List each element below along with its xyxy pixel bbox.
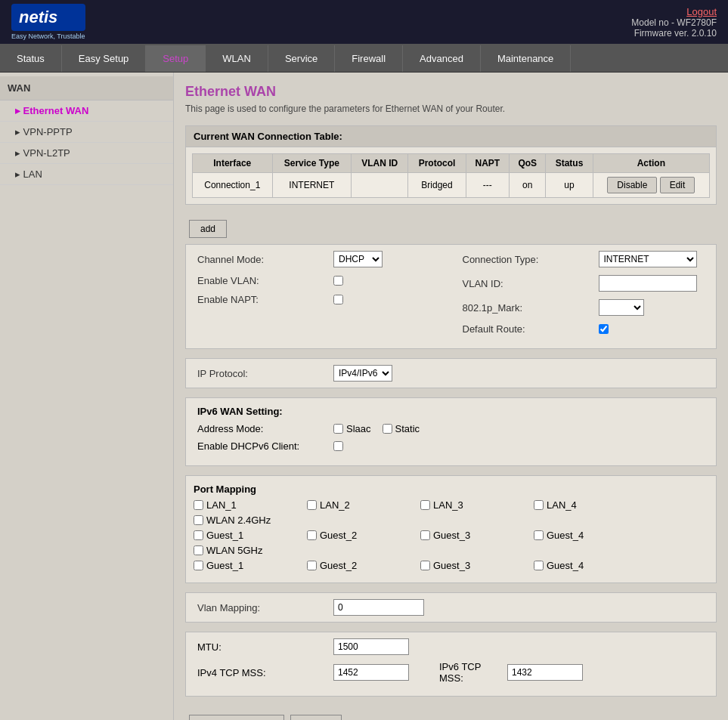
ipv6-tcp-mss-input[interactable] <box>507 664 583 681</box>
logo-box: netis <box>11 4 85 31</box>
wlan5-guest4-checkbox[interactable] <box>534 561 544 570</box>
cell-vlan-id <box>352 173 408 198</box>
apply-changes-button[interactable]: Apply Changes <box>189 715 284 720</box>
sidebar-item-ethernet-wan[interactable]: ▸ Ethernet WAN <box>0 100 173 122</box>
wlan-24-checkbox[interactable] <box>194 515 203 525</box>
mtu-row: MTU: <box>197 638 705 655</box>
sidebar-item-lan[interactable]: ▸ LAN <box>0 164 173 185</box>
col-vlan-id: VLAN ID <box>352 154 408 173</box>
enable-napt-label: Enable NAPT: <box>197 294 333 305</box>
connection-type-select[interactable]: INTERNET OTHER <box>599 251 697 267</box>
wlan24-guest4-item[interactable]: Guest_4 <box>534 530 632 541</box>
wlan-24-label: WLAN 2.4GHz <box>206 515 271 526</box>
dhcpv6-label: Enable DHCPv6 Client: <box>197 440 333 452</box>
lan3-item[interactable]: LAN_3 <box>420 499 519 511</box>
lan4-item[interactable]: LAN_4 <box>534 499 632 511</box>
header-info: Logout Model no - WF2780F Firmware ver. … <box>631 6 717 39</box>
802-1p-select[interactable] <box>599 299 644 316</box>
nav-item-status[interactable]: Status <box>0 45 62 72</box>
wlan5-guest1-checkbox[interactable] <box>194 561 203 570</box>
vlan-mapping-section: Vlan Mapping: <box>185 592 717 623</box>
col-action: Action <box>593 154 709 173</box>
mtu-content: MTU: IPv4 TCP MSS: IPv6 TCP MSS: <box>186 632 716 696</box>
802-1p-label: 802.1p_Mark: <box>463 302 599 314</box>
form-col-left: Channel Mode: DHCP Static PPPoE Enable V… <box>186 245 451 348</box>
wlan5-guest2-checkbox[interactable] <box>307 561 317 570</box>
channel-mode-label: Channel Mode: <box>197 254 333 265</box>
lan1-item[interactable]: LAN_1 <box>194 499 292 511</box>
nav-item-maintenance[interactable]: Maintenance <box>481 45 571 72</box>
wlan24-guest3-checkbox[interactable] <box>420 530 430 540</box>
enable-napt-row: Enable NAPT: <box>197 294 440 305</box>
col-service-type: Service Type <box>272 154 352 173</box>
logo-area: netis Easy Network, Trustable <box>11 4 85 40</box>
slaac-option[interactable]: Slaac <box>333 423 371 434</box>
disable-button[interactable]: Disable <box>607 177 657 193</box>
lan2-checkbox[interactable] <box>307 500 317 510</box>
wlan24-guest1-item[interactable]: Guest_1 <box>194 530 292 541</box>
802-1p-row: 802.1p_Mark: <box>463 299 705 316</box>
nav-item-wlan[interactable]: WLAN <box>206 45 268 72</box>
lan3-checkbox[interactable] <box>420 500 430 510</box>
vlan-mapping-label: Vlan Mapping: <box>197 602 333 613</box>
nav-item-firewall[interactable]: Firewall <box>335 45 403 72</box>
add-button[interactable]: add <box>189 220 227 238</box>
wlan5-guest4-item[interactable]: Guest_4 <box>534 560 632 571</box>
delete-button[interactable]: Delete <box>290 715 342 720</box>
wlan5-guest1-item[interactable]: Guest_1 <box>194 560 292 571</box>
cell-napt: --- <box>466 173 510 198</box>
dhcpv6-checkbox[interactable] <box>333 441 343 451</box>
sidebar-item-vpn-pptp[interactable]: ▸ VPN-PPTP <box>0 122 173 143</box>
wlan5-guest3-item[interactable]: Guest_3 <box>420 560 519 571</box>
firmware-info: Firmware ver. 2.0.10 <box>631 28 717 39</box>
wlan-5-checkbox[interactable] <box>194 545 203 555</box>
vlan-id-row: VLAN ID: <box>463 275 705 292</box>
enable-vlan-row: Enable VLAN: <box>197 275 440 286</box>
wlan5-guest3-checkbox[interactable] <box>420 561 430 570</box>
slaac-checkbox[interactable] <box>333 424 343 434</box>
ipv4-tcp-mss-input[interactable] <box>333 664 409 681</box>
nav-item-setup[interactable]: Setup <box>146 45 206 72</box>
page-title: Ethernet WAN <box>185 84 717 100</box>
lan2-label: LAN_2 <box>320 499 350 511</box>
nav-item-advanced[interactable]: Advanced <box>403 45 481 72</box>
main-content: Ethernet WAN This page is used to config… <box>174 73 728 720</box>
sidebar-item-vpn-l2tp[interactable]: ▸ VPN-L2TP <box>0 143 173 164</box>
enable-vlan-checkbox[interactable] <box>333 276 343 286</box>
wlan-24-row: WLAN 2.4GHz <box>194 515 708 526</box>
nav-item-service[interactable]: Service <box>268 45 335 72</box>
static-checkbox[interactable] <box>383 424 392 434</box>
nav-item-easy-setup[interactable]: Easy Setup <box>62 45 147 72</box>
vlan-mapping-input[interactable] <box>333 599 424 616</box>
channel-mode-select[interactable]: DHCP Static PPPoE <box>333 251 383 267</box>
cell-interface: Connection_1 <box>193 173 273 198</box>
lan4-checkbox[interactable] <box>534 500 544 510</box>
wlan5-guest2-item[interactable]: Guest_2 <box>307 560 405 571</box>
cell-status: up <box>546 173 593 198</box>
wlan24-guest2-checkbox[interactable] <box>307 530 317 540</box>
ip-protocol-row: IP Protocol: IPv4/IPv6 IPv4 IPv6 <box>186 359 716 388</box>
default-route-label: Default Route: <box>463 323 599 335</box>
vlan-id-input[interactable] <box>599 275 697 292</box>
wlan24-guest4-checkbox[interactable] <box>534 530 544 540</box>
connection-type-label: Connection Type: <box>463 254 599 265</box>
wlan24-guest2-item[interactable]: Guest_2 <box>307 530 405 541</box>
edit-button[interactable]: Edit <box>660 177 695 193</box>
ip-protocol-select[interactable]: IPv4/IPv6 IPv4 IPv6 <box>333 365 392 382</box>
ipv6-tcp-mss-label: IPv6 TCP MSS: <box>439 661 500 684</box>
mtu-section: MTU: IPv4 TCP MSS: IPv6 TCP MSS: <box>185 632 717 697</box>
wlan-5-item[interactable]: WLAN 5GHz <box>194 545 292 556</box>
wlan24-guest1-checkbox[interactable] <box>194 530 203 540</box>
default-route-checkbox[interactable] <box>599 324 609 334</box>
enable-napt-checkbox[interactable] <box>333 295 343 304</box>
wlan-5-label: WLAN 5GHz <box>206 545 262 556</box>
lan2-item[interactable]: LAN_2 <box>307 499 405 511</box>
wlan-24-item[interactable]: WLAN 2.4GHz <box>194 515 292 526</box>
mtu-input[interactable] <box>333 638 409 655</box>
static-option[interactable]: Static <box>383 423 420 434</box>
logout-link[interactable]: Logout <box>686 6 717 17</box>
wlan24-guest3-item[interactable]: Guest_3 <box>420 530 519 541</box>
lan1-checkbox[interactable] <box>194 500 203 510</box>
header: netis Easy Network, Trustable Logout Mod… <box>0 0 728 45</box>
cell-protocol: Bridged <box>408 173 466 198</box>
